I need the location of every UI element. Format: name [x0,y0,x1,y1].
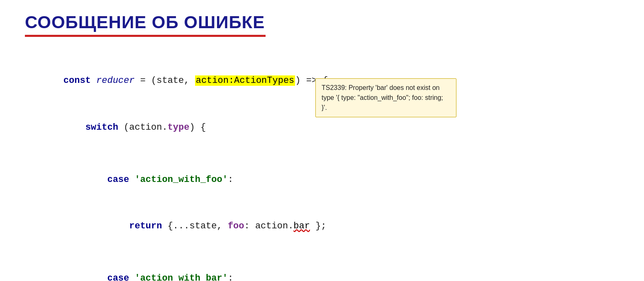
keyword-switch: switch [85,122,118,133]
highlighted-action-type: action:ActionTypes [195,75,295,86]
bar-underlined: bar [293,221,310,231]
code-line-case2: case 'action_with_bar': [41,255,603,281]
keyword-case2: case [107,273,129,281]
string-action-with-bar: 'action_with_bar' [134,273,227,281]
keyword-case1: case [107,174,129,185]
code-area: const reducer = (state, action:ActionTyp… [25,49,619,281]
prop-type: type [168,122,190,133]
title-underline [25,35,266,37]
foo-prop: foo [228,221,244,231]
keyword-return1: return [129,221,162,231]
error-tooltip: TS2339: Property 'bar' does not exist on… [315,78,456,117]
var-reducer: reducer [96,75,134,86]
code-line-return1: return {...state, foo: action.bar }; [41,203,603,250]
page-title: СООБЩЕНИЕ ОБ ОШИБКЕ [25,12,619,32]
string-action-with-foo: 'action_with_foo' [134,174,227,185]
code-line-case1: case 'action_with_foo': [41,156,603,203]
code-text: = (state, [134,75,195,86]
keyword-const: const [63,75,91,86]
